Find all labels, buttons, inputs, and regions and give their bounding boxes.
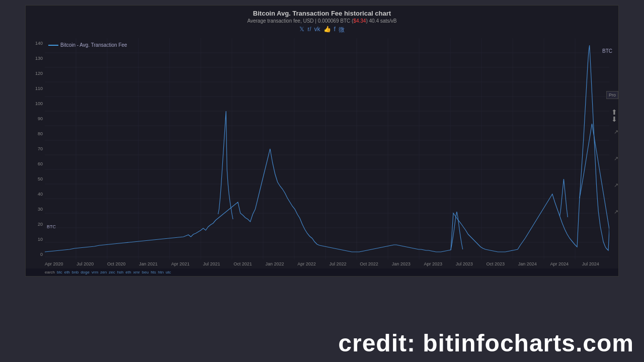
coin-tag-hsh[interactable]: hsh [117,270,124,275]
y-label-50: 50 [26,176,45,182]
chart-svg [45,38,609,259]
facebook-icon[interactable]: f [334,26,336,34]
bottom-bar: earch btc eth bnb doge vrm zen zec hsh e… [26,268,618,276]
x-label-oct2021: Oct 2021 [233,261,252,266]
x-label-jan2022: Jan 2022 [265,261,284,266]
y-label-10: 10 [26,237,45,242]
coin-tag-xmr[interactable]: xmr [133,270,140,275]
x-label-jul2022: Jul 2022 [330,261,347,266]
subtitle-suffix: ) 40.4 sats/vB [366,18,396,24]
arrow-4: ↗ [614,209,618,215]
chart-subtitle: Average transaction fee, USD | 0.000069 … [26,18,618,24]
x-label-jul2021: Jul 2021 [203,261,220,266]
x-label-jan2024: Jan 2024 [518,261,537,266]
y-label-60: 60 [26,161,45,166]
chart-area: 140 130 120 110 100 90 80 70 60 50 40 30… [26,38,618,259]
y-label-70: 70 [26,146,45,151]
chart-title: Bitcoin Avg. Transaction Fee historical … [26,10,618,17]
x-label-jul2023: Jul 2023 [456,261,473,266]
coin-tag-bnb[interactable]: bnb [72,270,78,275]
y-axis: 140 130 120 110 100 90 80 70 60 50 40 30… [26,38,45,259]
like-icon[interactable]: 👍 [324,26,331,34]
coin-tag-doge[interactable]: doge [80,270,90,275]
x-label-oct2023: Oct 2023 [486,261,505,266]
x-label-oct2022: Oct 2022 [360,261,378,266]
subtitle-price: $4.34 [353,18,366,24]
y-label-20: 20 [26,222,45,227]
subtitle-prefix: Average transaction fee, USD | 0.000069 … [247,18,353,24]
y-label-100: 100 [26,101,45,106]
arrow-3: ↗ [614,182,618,189]
vk-icon[interactable]: vk [314,26,320,34]
y-label-30: 30 [26,207,45,212]
coin-tag-vrm[interactable]: vrm [92,270,98,275]
twitter-icon[interactable]: 𝕏 [299,26,304,34]
coin-tag-btc[interactable]: btc [57,270,62,275]
y-label-110: 110 [26,86,45,91]
coin-tag-htn[interactable]: htn [158,270,164,275]
main-container: Bitcoin Avg. Transaction Fee historical … [0,0,644,362]
zoom-out-icon[interactable]: ⬇ [611,116,617,123]
y-label-140: 140 [26,41,45,46]
y-label-130: 130 [26,56,45,61]
reddit-icon[interactable]: r/ [307,26,311,34]
x-label-apr2020: Apr 2020 [45,261,63,266]
y-label-80: 80 [26,131,45,136]
credit-text: credit: bitinfocharts.com [338,329,634,357]
x-label-jul2024: Jul 2024 [582,261,599,266]
coin-tag-zen[interactable]: zen [100,270,107,275]
coin-tag-zec[interactable]: zec [109,270,115,275]
coin-tag-utc[interactable]: utc [166,270,171,275]
x-label-apr2023: Apr 2023 [424,261,442,266]
chart-header: Bitcoin Avg. Transaction Fee historical … [26,6,618,36]
x-axis: Apr 2020 Jul 2020 Oct 2020 Jan 2021 Apr … [26,259,618,268]
x-label-jan2023: Jan 2023 [392,261,411,266]
x-label-apr2022: Apr 2022 [297,261,316,266]
y-label-40: 40 [26,192,45,197]
y-label-90: 90 [26,116,45,121]
x-label-jul2020: Jul 2020 [76,261,94,266]
y-label-0: 0 [26,252,45,257]
coin-tag-eth2[interactable]: eth [126,270,131,275]
weibo-icon[interactable]: 微 [339,26,345,34]
x-label-apr2024: Apr 2024 [550,261,569,266]
social-icons-bar: 𝕏 r/ vk 👍 f 微 [26,26,618,34]
zoom-in-icon[interactable]: ⬆ [611,109,617,116]
zoom-controls: ⬆ ⬇ [611,109,617,123]
coin-tag-beu[interactable]: beu [142,270,148,275]
coin-tag-eth[interactable]: eth [64,270,70,275]
x-label-oct2020: Oct 2020 [107,261,126,266]
chart-wrapper: Bitcoin Avg. Transaction Fee historical … [25,5,619,277]
arrow-1: ↗ [614,129,618,135]
search-label: earch [45,270,55,275]
y-label-120: 120 [26,71,45,76]
x-label-apr2021: Apr 2021 [171,261,190,266]
x-label-jan2021: Jan 2021 [139,261,157,266]
arrow-2: ↗ [614,155,618,162]
arrows-right: ↗ ↗ ↗ ↗ [614,129,618,215]
coin-tag-hts[interactable]: hts [150,270,156,275]
